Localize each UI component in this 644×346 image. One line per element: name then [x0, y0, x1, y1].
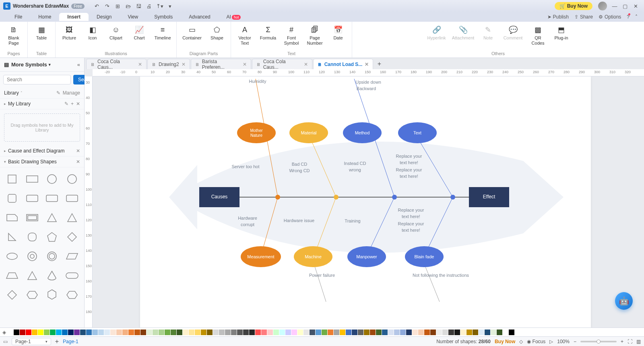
color-swatch[interactable] — [74, 330, 80, 335]
shape-trapezoid[interactable] — [4, 268, 20, 283]
menu-ai[interactable]: AIhot — [219, 13, 249, 21]
color-swatch[interactable] — [418, 330, 424, 335]
zoom-level[interactable]: 100% — [557, 339, 570, 344]
vectortext-button[interactable]: AVectorText — [234, 23, 255, 45]
color-swatch[interactable] — [50, 330, 56, 335]
color-swatch[interactable] — [479, 330, 484, 335]
color-swatch[interactable] — [291, 330, 297, 335]
maximize-icon[interactable]: ▢ — [620, 1, 630, 11]
color-swatch[interactable] — [491, 330, 496, 335]
color-swatch[interactable] — [376, 330, 382, 335]
menu-file[interactable]: File — [6, 13, 30, 21]
plugin-button[interactable]: ⬒Plug-in — [551, 23, 572, 41]
color-swatch[interactable] — [322, 330, 327, 335]
new-icon[interactable]: ⊞ — [113, 1, 123, 11]
assistant-floating-button[interactable]: 🤖 — [615, 292, 633, 310]
user-avatar[interactable] — [598, 2, 607, 10]
close-icon[interactable]: ✕ — [630, 1, 641, 11]
color-swatch[interactable] — [201, 330, 206, 335]
minimize-icon[interactable]: — — [609, 1, 620, 11]
color-swatch[interactable] — [165, 330, 170, 335]
pagenumber-button[interactable]: 🗐PageNumber — [304, 23, 325, 45]
doc-tab[interactable]: 🗎Barista Preferen...✕ — [191, 59, 251, 69]
canvas-page[interactable]: Causes Effect MotherNature Material Meth… — [93, 76, 644, 327]
color-swatch[interactable] — [436, 330, 442, 335]
shape-ellipse[interactable] — [4, 249, 20, 264]
sidebar-group-cause-effect[interactable]: ▸Cause and Effect Diagram ✕ — [0, 146, 84, 157]
formula-button[interactable]: ΣFormula — [258, 23, 279, 41]
color-swatch[interactable] — [249, 330, 255, 335]
menu-advanced[interactable]: Advanced — [181, 13, 218, 21]
shape-squircle[interactable] — [24, 229, 40, 245]
shape-diamond2[interactable] — [4, 287, 20, 303]
color-swatch[interactable] — [273, 330, 279, 335]
clipart-button[interactable]: ☺Clipart — [105, 23, 126, 41]
color-picker-icon[interactable]: ◈ — [2, 330, 6, 335]
color-swatch[interactable] — [68, 330, 74, 335]
color-swatch[interactable] — [285, 330, 291, 335]
page-selector[interactable]: Page-1▾ — [12, 338, 51, 345]
color-swatch[interactable] — [116, 330, 122, 335]
shape-roundrect[interactable] — [24, 191, 40, 206]
color-swatch[interactable] — [454, 330, 460, 335]
tab-close-icon[interactable]: ✕ — [365, 62, 369, 67]
color-swatch[interactable] — [328, 330, 333, 335]
shape-square[interactable] — [4, 171, 20, 187]
help-button[interactable]: ? — [627, 14, 630, 20]
color-swatch[interactable] — [153, 330, 158, 335]
color-swatch[interactable] — [297, 330, 303, 335]
color-swatch[interactable] — [473, 330, 478, 335]
shape-circle[interactable] — [44, 171, 60, 187]
color-swatch[interactable] — [26, 330, 31, 335]
share-button[interactable]: ⇪Share — [574, 14, 593, 20]
shape-triangle2[interactable] — [64, 210, 80, 225]
doc-tab[interactable]: 🗎Coca Cola Caus...✕ — [252, 59, 312, 69]
add-page-button[interactable]: + — [55, 338, 59, 345]
color-swatch[interactable] — [460, 330, 466, 335]
color-swatch[interactable] — [195, 330, 200, 335]
status-buy-link[interactable]: Buy Now — [495, 339, 515, 344]
date-button[interactable]: 📅Date — [328, 23, 349, 41]
doc-tab[interactable]: 🗎Drawing2✕ — [147, 59, 190, 69]
shape-hexagon3[interactable] — [64, 287, 80, 303]
zoom-in-icon[interactable]: + — [621, 339, 623, 344]
color-swatch[interactable] — [310, 330, 315, 335]
color-swatch[interactable] — [177, 330, 182, 335]
color-swatch[interactable] — [237, 330, 243, 335]
color-swatch[interactable] — [340, 330, 345, 335]
color-swatch[interactable] — [255, 330, 261, 335]
color-swatch[interactable] — [388, 330, 394, 335]
color-swatch[interactable] — [171, 330, 176, 335]
color-swatch[interactable] — [20, 330, 25, 335]
tab-close-icon[interactable]: ✕ — [304, 62, 308, 67]
menu-home[interactable]: Home — [30, 13, 59, 21]
icon-button[interactable]: ◧Icon — [82, 23, 103, 41]
color-swatch[interactable] — [62, 330, 68, 335]
shape-rect[interactable] — [24, 171, 40, 187]
menu-insert[interactable]: Insert — [59, 13, 89, 21]
page-tab[interactable]: Page-1 — [63, 339, 78, 344]
shape-diamond[interactable] — [64, 229, 80, 245]
color-swatch[interactable] — [44, 330, 50, 335]
mylib-edit-icon[interactable]: ✎ — [64, 101, 68, 107]
color-swatch[interactable] — [159, 330, 164, 335]
color-swatch[interactable] — [497, 330, 502, 335]
shape-triangle[interactable] — [44, 210, 60, 225]
zoom-out-icon[interactable]: − — [574, 339, 576, 344]
color-swatch[interactable] — [104, 330, 110, 335]
mylib-add-icon[interactable]: + — [71, 101, 74, 107]
color-swatch[interactable] — [225, 330, 231, 335]
color-swatch[interactable] — [370, 330, 376, 335]
doc-tab-active[interactable]: 🗎Cannot Load S...✕ — [313, 59, 374, 69]
shape-donut2[interactable] — [44, 249, 60, 264]
fontsymbol-button[interactable]: #FontSymbol — [281, 23, 302, 45]
sidebar-collapse-icon[interactable]: « — [77, 62, 80, 68]
color-swatch[interactable] — [303, 330, 309, 335]
color-swatch[interactable] — [485, 330, 490, 335]
color-swatch[interactable] — [267, 330, 273, 335]
color-swatch[interactable] — [394, 330, 400, 335]
container-button[interactable]: ▭Container — [180, 23, 204, 41]
color-swatch[interactable] — [400, 330, 406, 335]
print-icon[interactable]: 🖨 — [144, 1, 155, 11]
color-swatch[interactable] — [140, 330, 146, 335]
